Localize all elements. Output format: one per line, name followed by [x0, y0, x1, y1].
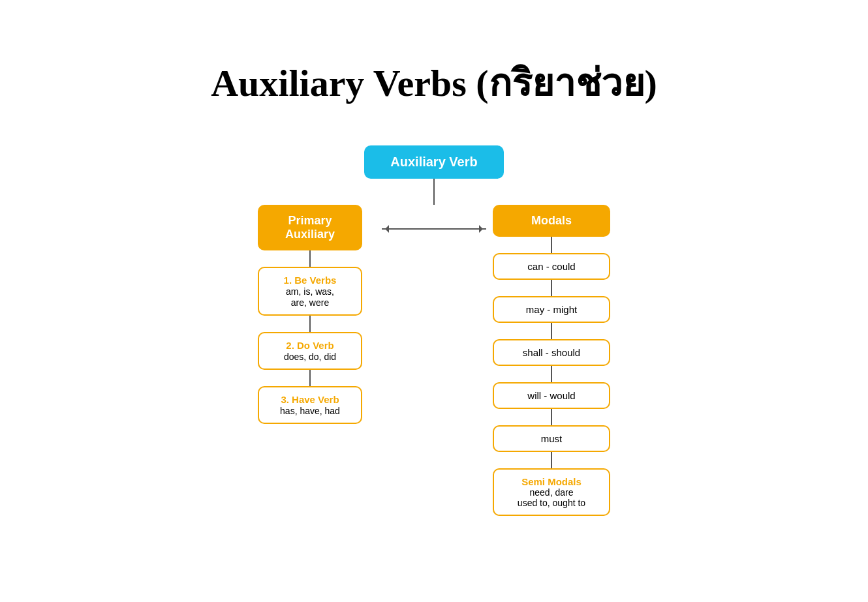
- vline-right-2: [551, 280, 552, 296]
- page-title: Auxiliary Verbs (กริยาช่วย): [211, 52, 657, 113]
- vline-right-4: [551, 366, 552, 382]
- node-can-could: can - could: [493, 253, 610, 280]
- left-branch: PrimaryAuxiliary 1. Be Verbs am, is, was…: [245, 205, 375, 424]
- vline-right-1: [551, 237, 552, 253]
- vline-left-2: [309, 316, 311, 332]
- vline-right-6: [551, 452, 552, 468]
- vline-root: [433, 179, 435, 205]
- vline-left-3: [309, 370, 311, 386]
- hline-connector: [382, 228, 486, 230]
- node-shall-should: shall - should: [493, 339, 610, 366]
- node-have-verb: 3. Have Verb has, have, had: [258, 386, 362, 424]
- title-english: Auxiliary Verbs: [211, 62, 467, 104]
- diagram-container: Auxiliary Verb PrimaryAuxiliary 1. Be Ve…: [245, 145, 623, 516]
- node-be-verbs: 1. Be Verbs am, is, was,are, were: [258, 267, 362, 316]
- node-will-would: will - would: [493, 382, 610, 409]
- node-modals: Modals: [493, 205, 610, 237]
- node-must: must: [493, 425, 610, 452]
- vline-right-3: [551, 323, 552, 339]
- branch-row: PrimaryAuxiliary 1. Be Verbs am, is, was…: [245, 205, 623, 516]
- node-auxiliary-verb: Auxiliary Verb: [364, 145, 503, 179]
- right-branch: Modals can - could may - might shall - s…: [480, 205, 623, 516]
- title-thai: (กริยาช่วย): [476, 62, 657, 104]
- node-do-verb: 2. Do Verb does, do, did: [258, 332, 362, 370]
- node-semi-modals: Semi Modals need, dareused to, ought to: [493, 468, 610, 516]
- vline-left-1: [309, 250, 311, 267]
- node-primary-auxiliary: PrimaryAuxiliary: [258, 205, 362, 250]
- vline-right-5: [551, 409, 552, 425]
- node-may-might: may - might: [493, 296, 610, 323]
